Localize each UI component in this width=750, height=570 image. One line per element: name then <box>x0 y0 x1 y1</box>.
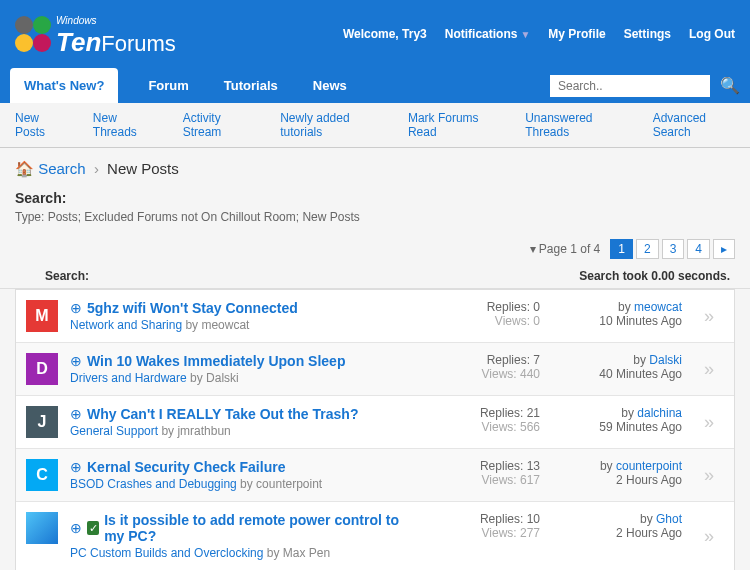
avatar[interactable]: D <box>26 353 58 385</box>
last-user-link[interactable]: counterpoint <box>616 459 682 473</box>
thread-stats: Replies: 7 Views: 440 <box>420 353 540 385</box>
results-subhead: Search: Search took 0.00 seconds. <box>0 264 750 289</box>
thread-stats: Replies: 13 Views: 617 <box>420 459 540 491</box>
subnav-new-posts[interactable]: New Posts <box>15 111 65 139</box>
views-count: Views: 440 <box>420 367 540 381</box>
forum-link[interactable]: PC Custom Builds and Overclocking <box>70 546 263 560</box>
search-input[interactable] <box>550 75 710 97</box>
last-by: by counterpoint <box>552 459 682 473</box>
thread-title-link[interactable]: Why Can't I REALLY Take Out the Trash? <box>87 406 358 422</box>
subhead-right: Search took 0.00 seconds. <box>579 269 730 283</box>
page-1[interactable]: 1 <box>610 239 633 259</box>
thread-title-row: ⊕ Kernal Security Check Failure <box>70 459 408 475</box>
subnav-activity[interactable]: Activity Stream <box>183 111 253 139</box>
subnav-tutorials[interactable]: Newly added tutorials <box>280 111 380 139</box>
arrow-down-icon: ⊕ <box>70 300 82 316</box>
last-user-link[interactable]: dalchina <box>637 406 682 420</box>
tab-tutorials[interactable]: Tutorials <box>219 68 283 103</box>
logo[interactable]: Windows TenForums <box>15 10 176 58</box>
arrow-down-icon: ⊕ <box>70 406 82 422</box>
forum-link[interactable]: General Support <box>70 424 158 438</box>
forum-link[interactable]: Network and Sharing <box>70 318 182 332</box>
last-by: by Ghot <box>552 512 682 526</box>
goto-icon[interactable]: » <box>694 412 724 433</box>
avatar[interactable]: M <box>26 300 58 332</box>
welcome-text: Welcome, Try3 <box>343 27 427 41</box>
avatar[interactable]: C <box>26 459 58 491</box>
avatar[interactable]: J <box>26 406 58 438</box>
chevron-right-icon: › <box>94 160 99 177</box>
last-user-link[interactable]: meowcat <box>634 300 682 314</box>
thread-last: by counterpoint 2 Hours Ago <box>552 459 682 491</box>
logo-forums: Forums <box>101 31 176 56</box>
last-time: 59 Minutes Ago <box>552 420 682 434</box>
thread-title-link[interactable]: Win 10 Wakes Immediately Upon Sleep <box>87 353 345 369</box>
arrow-down-icon: ⊕ <box>70 459 82 475</box>
subnav-mark-read[interactable]: Mark Forums Read <box>408 111 497 139</box>
goto-icon[interactable]: » <box>694 526 724 547</box>
thread-stats: Replies: 10 Views: 277 <box>420 512 540 560</box>
thread-main: ⊕ Kernal Security Check Failure BSOD Cra… <box>70 459 408 491</box>
notifications-link[interactable]: Notifications▼ <box>445 27 531 41</box>
tab-forum[interactable]: Forum <box>143 68 193 103</box>
logo-ten: Ten <box>56 27 101 57</box>
views-count: Views: 566 <box>420 420 540 434</box>
table-row: ⊕ ✓ Is it possible to add remote power c… <box>16 502 734 570</box>
logo-windows: Windows <box>56 15 96 26</box>
check-icon: ✓ <box>87 521 99 535</box>
search-desc: Type: Posts; Excluded Forums not On Chil… <box>15 210 735 224</box>
thread-last: by Dalski 40 Minutes Ago <box>552 353 682 385</box>
subnav-advanced-search[interactable]: Advanced Search <box>653 111 735 139</box>
username-link[interactable]: Try3 <box>402 27 427 41</box>
arrow-down-icon: ⊕ <box>70 520 82 536</box>
thread-last: by Ghot 2 Hours Ago <box>552 512 682 560</box>
last-time: 10 Minutes Ago <box>552 314 682 328</box>
last-user-link[interactable]: Dalski <box>649 353 682 367</box>
top-links: Welcome, Try3 Notifications▼ My Profile … <box>343 27 735 41</box>
pager-row: ▾ Page 1 of 4 1 2 3 4 ▸ <box>0 234 750 264</box>
thread-title-link[interactable]: 5ghz wifi Won't Stay Connected <box>87 300 298 316</box>
tab-whats-new[interactable]: What's New? <box>10 68 118 103</box>
goto-icon[interactable]: » <box>694 465 724 486</box>
search-info: Search: Type: Posts; Excluded Forums not… <box>0 190 750 234</box>
profile-link[interactable]: My Profile <box>548 27 605 41</box>
tab-news[interactable]: News <box>308 68 352 103</box>
page-2[interactable]: 2 <box>636 239 659 259</box>
topbar: Windows TenForums Welcome, Try3 Notifica… <box>0 0 750 68</box>
search-icon[interactable]: 🔍 <box>720 76 740 95</box>
logout-link[interactable]: Log Out <box>689 27 735 41</box>
forum-link[interactable]: BSOD Crashes and Debugging <box>70 477 237 491</box>
goto-icon[interactable]: » <box>694 306 724 327</box>
subnav-new-threads[interactable]: New Threads <box>93 111 155 139</box>
home-icon[interactable]: 🏠 <box>15 160 34 177</box>
settings-link[interactable]: Settings <box>624 27 671 41</box>
replies-count: Replies: 7 <box>420 353 540 367</box>
thread-meta: Drivers and Hardware by Dalski <box>70 371 408 385</box>
thread-last: by meowcat 10 Minutes Ago <box>552 300 682 332</box>
thread-last: by dalchina 59 Minutes Ago <box>552 406 682 438</box>
subnav-unanswered[interactable]: Unanswered Threads <box>525 111 625 139</box>
last-time: 2 Hours Ago <box>552 473 682 487</box>
thread-title-row: ⊕ ✓ Is it possible to add remote power c… <box>70 512 408 544</box>
last-user-link[interactable]: Ghot <box>656 512 682 526</box>
views-count: Views: 0 <box>420 314 540 328</box>
thread-title-link[interactable]: Kernal Security Check Failure <box>87 459 285 475</box>
table-row: D ⊕ Win 10 Wakes Immediately Upon Sleep … <box>16 343 734 396</box>
logo-icon <box>15 16 51 52</box>
last-by: by dalchina <box>552 406 682 420</box>
chevron-down-icon: ▼ <box>520 29 530 40</box>
thread-main: ⊕ ✓ Is it possible to add remote power c… <box>70 512 408 560</box>
thread-meta: BSOD Crashes and Debugging by counterpoi… <box>70 477 408 491</box>
forum-link[interactable]: Drivers and Hardware <box>70 371 187 385</box>
page-4[interactable]: 4 <box>687 239 710 259</box>
goto-icon[interactable]: » <box>694 359 724 380</box>
thread-main: ⊕ Why Can't I REALLY Take Out the Trash?… <box>70 406 408 438</box>
breadcrumb: 🏠 Search › New Posts <box>0 148 750 190</box>
avatar[interactable] <box>26 512 58 544</box>
thread-title-link[interactable]: Is it possible to add remote power contr… <box>104 512 408 544</box>
page-next[interactable]: ▸ <box>713 239 735 259</box>
breadcrumb-search[interactable]: Search <box>38 160 86 177</box>
views-count: Views: 617 <box>420 473 540 487</box>
last-time: 40 Minutes Ago <box>552 367 682 381</box>
page-3[interactable]: 3 <box>662 239 685 259</box>
